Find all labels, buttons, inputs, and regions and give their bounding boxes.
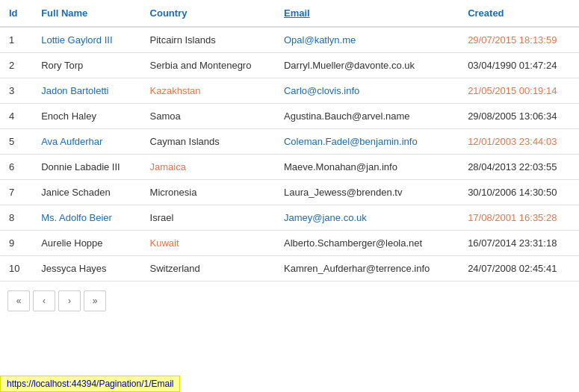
cell-fullname: Rory Torp <box>32 53 140 78</box>
cell-email[interactable]: Alberto.Schamberger@leola.net <box>275 231 459 256</box>
cell-fullname: Janice Schaden <box>32 180 140 205</box>
cell-email[interactable]: Darryl.Mueller@davonte.co.uk <box>275 53 459 78</box>
cell-created: 17/08/2001 16:35:28 <box>459 205 579 231</box>
cell-email[interactable]: Opal@katlyn.me <box>275 27 459 53</box>
cell-created: 28/04/2013 22:03:55 <box>459 155 579 180</box>
cell-country: Serbia and Montenegro <box>141 53 275 78</box>
table-header-row: Id Full Name Country Email Created <box>0 0 579 27</box>
cell-id: 5 <box>0 129 32 155</box>
col-header-country[interactable]: Country <box>141 0 275 27</box>
cell-country: Kazakhstan <box>141 78 275 104</box>
table-row: 10Jessyca HayesSwitzerlandKamren_Aufderh… <box>0 256 579 281</box>
cell-created: 29/07/2015 18:13:59 <box>459 27 579 53</box>
col-header-created[interactable]: Created <box>459 0 579 27</box>
col-header-id[interactable]: Id <box>0 0 32 27</box>
cell-country: Jamaica <box>141 155 275 180</box>
col-header-email[interactable]: Email <box>275 0 459 27</box>
table-body: 1Lottie Gaylord IIIPitcairn IslandsOpal@… <box>0 27 579 281</box>
cell-country: Samoa <box>141 104 275 129</box>
table-row: 1Lottie Gaylord IIIPitcairn IslandsOpal@… <box>0 27 579 53</box>
cell-created: 16/07/2014 23:31:18 <box>459 231 579 256</box>
cell-id: 6 <box>0 155 32 180</box>
cell-email[interactable]: Kamren_Aufderhar@terrence.info <box>275 256 459 281</box>
cell-created: 24/07/2008 02:45:41 <box>459 256 579 281</box>
prev-page-button[interactable]: ‹ <box>33 290 55 311</box>
cell-created: 30/10/2006 14:30:50 <box>459 180 579 205</box>
cell-id: 2 <box>0 53 32 78</box>
table-row: 9Aurelie HoppeKuwaitAlberto.Schamberger@… <box>0 231 579 256</box>
cell-country: Israel <box>141 205 275 231</box>
cell-email[interactable]: Agustina.Bauch@arvel.name <box>275 104 459 129</box>
table-row: 5Ava AufderharCayman IslandsColeman.Fade… <box>0 129 579 155</box>
table-row: 4Enoch HaleySamoaAgustina.Bauch@arvel.na… <box>0 104 579 129</box>
status-bar: https://localhost:44394/Pagination/1/Ema… <box>0 376 180 392</box>
cell-created: 29/08/2005 13:06:34 <box>459 104 579 129</box>
table-row: 7Janice SchadenMicronesiaLaura_Jewess@br… <box>0 180 579 205</box>
last-page-button[interactable]: » <box>84 290 106 311</box>
cell-country: Pitcairn Islands <box>141 27 275 53</box>
data-table: Id Full Name Country Email Created 1Lott… <box>0 0 579 281</box>
col-header-fullname[interactable]: Full Name <box>32 0 140 27</box>
cell-email[interactable]: Carlo@clovis.info <box>275 78 459 104</box>
cell-id: 8 <box>0 205 32 231</box>
cell-id: 9 <box>0 231 32 256</box>
cell-email[interactable]: Laura_Jewess@brenden.tv <box>275 180 459 205</box>
cell-email[interactable]: Maeve.Monahan@jan.info <box>275 155 459 180</box>
pagination-bar: « ‹ › » <box>0 281 579 320</box>
cell-email[interactable]: Coleman.Fadel@benjamin.info <box>275 129 459 155</box>
cell-id: 10 <box>0 256 32 281</box>
cell-fullname: Ms. Adolfo Beier <box>32 205 140 231</box>
cell-id: 3 <box>0 78 32 104</box>
cell-fullname: Enoch Haley <box>32 104 140 129</box>
cell-fullname: Jadon Bartoletti <box>32 78 140 104</box>
cell-fullname: Aurelie Hoppe <box>32 231 140 256</box>
next-page-button[interactable]: › <box>58 290 81 311</box>
cell-fullname: Donnie Labadie III <box>32 155 140 180</box>
table-row: 6Donnie Labadie IIIJamaicaMaeve.Monahan@… <box>0 155 579 180</box>
cell-country: Kuwait <box>141 231 275 256</box>
cell-fullname: Lottie Gaylord III <box>32 27 140 53</box>
table-row: 8Ms. Adolfo BeierIsraelJamey@jane.co.uk1… <box>0 205 579 231</box>
cell-created: 21/05/2015 00:19:14 <box>459 78 579 104</box>
cell-fullname: Jessyca Hayes <box>32 256 140 281</box>
table-row: 3Jadon BartolettiKazakhstanCarlo@clovis.… <box>0 78 579 104</box>
cell-fullname: Ava Aufderhar <box>32 129 140 155</box>
cell-created: 12/01/2003 23:44:03 <box>459 129 579 155</box>
cell-country: Switzerland <box>141 256 275 281</box>
cell-created: 03/04/1990 01:47:24 <box>459 53 579 78</box>
cell-id: 1 <box>0 27 32 53</box>
table-row: 2Rory TorpSerbia and MontenegroDarryl.Mu… <box>0 53 579 78</box>
cell-id: 7 <box>0 180 32 205</box>
cell-country: Micronesia <box>141 180 275 205</box>
cell-email[interactable]: Jamey@jane.co.uk <box>275 205 459 231</box>
cell-country: Cayman Islands <box>141 129 275 155</box>
first-page-button[interactable]: « <box>7 290 30 311</box>
status-url: https://localhost:44394/Pagination/1/Ema… <box>7 379 173 389</box>
cell-id: 4 <box>0 104 32 129</box>
